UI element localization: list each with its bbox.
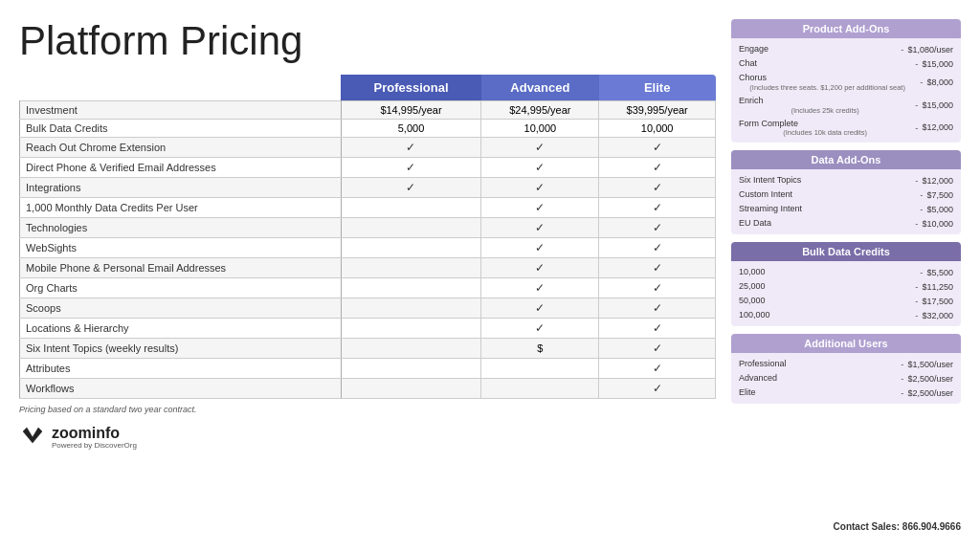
advanced-cell: 10,000 <box>481 120 599 138</box>
addon-dash: - <box>920 267 923 277</box>
advanced-cell: $24,995/year <box>481 101 599 120</box>
list-item: 10,000-$5,500 <box>739 265 953 279</box>
addon-label: 50,000 <box>739 296 911 306</box>
elite-header: Elite <box>599 75 716 101</box>
list-item: Six Intent Topics-$12,000 <box>739 173 953 187</box>
addon-price: $32,000 <box>922 311 953 320</box>
professional-cell <box>341 319 481 339</box>
addon-label: Advanced <box>739 373 897 384</box>
addon-price: $10,000 <box>922 219 953 229</box>
list-item: Professional-$1,500/user <box>739 357 953 371</box>
elite-cell: ✓ <box>599 298 716 319</box>
addon-price: $11,250 <box>922 282 953 292</box>
addon-dash: - <box>915 281 918 292</box>
addon-dash: - <box>915 99 918 110</box>
professional-cell: ✓ <box>341 178 481 198</box>
professional-cell: 5,000 <box>341 120 481 138</box>
pricing-table: Professional Advanced Elite Investment$1… <box>19 75 716 399</box>
feature-name-cell: Integrations <box>20 178 342 198</box>
addon-label: 10,000 <box>739 267 916 277</box>
feature-name-cell: WebSights <box>20 238 342 258</box>
feature-name-cell: Investment <box>20 101 342 120</box>
addon-dash: - <box>920 77 923 87</box>
list-item: Streaming Intent-$5,000 <box>739 202 953 216</box>
list-item: Chat-$15,000 <box>739 56 953 71</box>
feature-name-cell: Technologies <box>20 218 342 238</box>
logo-text: zoominfo Powered by DiscoverOrg <box>52 425 137 450</box>
table-row: WebSights✓✓ <box>20 238 716 258</box>
addon-sublabel: (Includes 25k credits) <box>739 106 911 115</box>
addon-sublabel: (Includes three seats. $1,200 per additi… <box>739 83 916 92</box>
elite-cell: 10,000 <box>599 120 716 138</box>
bulk-credits-box: Bulk Data Credits 10,000-$5,50025,000-$1… <box>731 242 961 326</box>
professional-cell <box>341 339 481 359</box>
feature-name-cell: Locations & Hierarchy <box>20 319 342 339</box>
data-addons-header: Data Add-Ons <box>731 150 961 169</box>
feature-name-cell: Reach Out Chrome Extension <box>20 138 342 158</box>
elite-cell: ✓ <box>599 218 716 238</box>
addon-dash: - <box>915 58 918 69</box>
table-row: Attributes✓ <box>20 359 716 379</box>
addon-price: $5,000 <box>926 205 953 214</box>
feature-name-cell: Bulk Data Credits <box>20 120 342 138</box>
addon-price: $1,500/user <box>907 360 953 369</box>
addon-dash: - <box>901 44 903 55</box>
empty-header <box>20 75 342 101</box>
addon-dash: - <box>901 359 903 369</box>
addon-dash: - <box>915 218 918 229</box>
table-row: Six Intent Topics (weekly results)$✓ <box>20 339 716 359</box>
professional-cell: ✓ <box>341 158 481 178</box>
elite-cell: ✓ <box>599 379 716 399</box>
table-row: Org Charts✓✓ <box>20 278 716 298</box>
addon-price: $2,500/user <box>907 374 953 384</box>
list-item: EU Data-$10,000 <box>739 216 953 231</box>
professional-cell <box>341 298 481 319</box>
addon-price: $1,080/user <box>907 45 953 55</box>
addon-dash: - <box>915 122 918 133</box>
addon-price: $5,500 <box>926 268 953 277</box>
addon-dash: - <box>901 387 903 398</box>
addon-dash: - <box>901 373 903 384</box>
advanced-cell <box>481 379 599 399</box>
advanced-cell: ✓ <box>481 178 599 198</box>
table-row: Reach Out Chrome Extension✓✓✓ <box>20 138 716 158</box>
table-row: Mobile Phone & Personal Email Addresses✓… <box>20 258 716 278</box>
data-addons-body: Six Intent Topics-$12,000Custom Intent-$… <box>731 169 961 234</box>
addon-dash: - <box>920 204 923 214</box>
elite-cell: ✓ <box>599 198 716 218</box>
professional-cell <box>341 238 481 258</box>
list-item: Enrich(Includes 25k credits)-$15,000 <box>739 94 953 117</box>
list-item: Custom Intent-$7,500 <box>739 187 953 202</box>
advanced-cell: ✓ <box>481 158 599 178</box>
elite-cell: ✓ <box>599 339 716 359</box>
contact-sales: Contact Sales: 866.904.9666 <box>731 518 961 532</box>
addon-label: Chat <box>739 58 911 69</box>
left-section: Platform Pricing Professional Advanced E… <box>19 19 716 532</box>
list-item: 100,000-$32,000 <box>739 308 953 322</box>
list-item: Advanced-$2,500/user <box>739 371 953 386</box>
advanced-cell: ✓ <box>481 238 599 258</box>
logo-main: zoominfo <box>52 425 137 442</box>
addon-label: Professional <box>739 359 897 369</box>
table-row: Scoops✓✓ <box>20 298 716 319</box>
feature-name-cell: Scoops <box>20 298 342 319</box>
data-addons-box: Data Add-Ons Six Intent Topics-$12,000Cu… <box>731 150 961 234</box>
elite-cell: ✓ <box>599 178 716 198</box>
addon-dash: - <box>915 296 918 306</box>
addon-label: Custom Intent <box>739 189 916 200</box>
advanced-cell: ✓ <box>481 138 599 158</box>
feature-name-cell: Direct Phone & Verified Email Addresses <box>20 158 342 178</box>
elite-cell: $39,995/year <box>599 101 716 120</box>
list-item: Form Complete(Includes 10k data credits)… <box>739 117 953 140</box>
addon-label: Streaming Intent <box>739 204 916 214</box>
advanced-cell: ✓ <box>481 258 599 278</box>
zoominfo-logo-icon <box>19 424 46 451</box>
bulk-credits-body: 10,000-$5,50025,000-$11,25050,000-$17,50… <box>731 261 961 326</box>
feature-name-cell: Six Intent Topics (weekly results) <box>20 339 342 359</box>
table-row: Workflows✓ <box>20 379 716 399</box>
addon-price: $15,000 <box>922 59 953 69</box>
advanced-cell: ✓ <box>481 319 599 339</box>
advanced-cell: ✓ <box>481 198 599 218</box>
product-addons-box: Product Add-Ons Engage-$1,080/userChat-$… <box>731 19 961 143</box>
list-item: Chorus(Includes three seats. $1,200 per … <box>739 71 953 94</box>
